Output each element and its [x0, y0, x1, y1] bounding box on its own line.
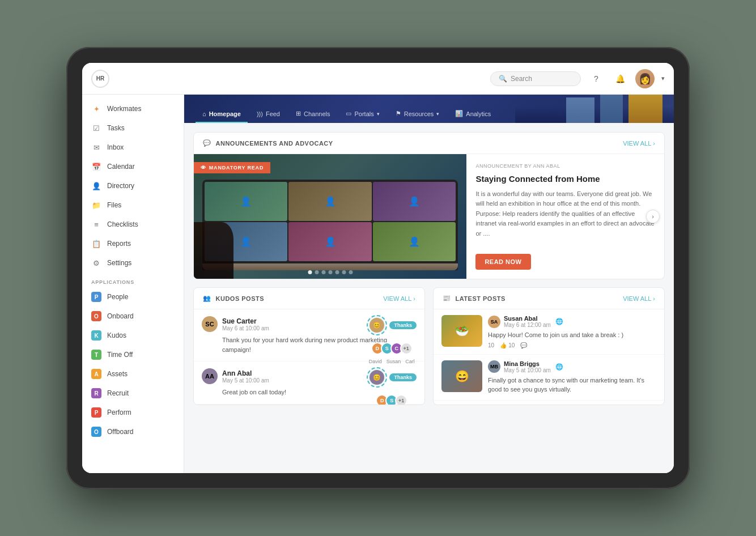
- logo-badge[interactable]: HR: [91, 70, 109, 88]
- kudos-title: 👥 KUDOS POSTS: [203, 295, 264, 302]
- latest-post-2-info: MB Mina Briggs May 5 at 10:00 am 🌐 Final…: [488, 360, 656, 394]
- announcements-title: 💬 ANNOUNCEMENTS AND ADVOCACY: [203, 139, 333, 147]
- dot-3[interactable]: [321, 270, 325, 274]
- announcements-header: 💬 ANNOUNCEMENTS AND ADVOCACY VIEW ALL ›: [194, 133, 664, 154]
- notifications-icon[interactable]: 🔔: [611, 70, 628, 87]
- sidebar-item-files[interactable]: 📁 Files: [82, 195, 184, 215]
- search-icon: 🔍: [499, 75, 507, 83]
- thanks-badge-1: Thanks: [389, 321, 417, 329]
- bottom-sections: 👥 KUDOS POSTS VIEW ALL ›: [193, 287, 665, 405]
- help-icon[interactable]: ?: [588, 70, 605, 87]
- announcement-image: 👁 MANDATORY READ 👤 👤: [194, 154, 466, 279]
- nav-bg-image: [515, 95, 674, 123]
- sidebar-icon-reports: 📋: [91, 239, 101, 249]
- sidebar-item-inbox[interactable]: ✉ Inbox: [82, 138, 184, 157]
- sidebar-item-calendar[interactable]: 📅 Calendar: [82, 157, 184, 176]
- share-icon-1[interactable]: 💬: [520, 342, 527, 348]
- kudos-post-1-time: May 6 at 10:00 am: [222, 325, 269, 331]
- kudos-post-1-avatars: 😊 Thanks D S C +1: [367, 315, 417, 364]
- sidebar-item-kudos[interactable]: K Kudos: [82, 326, 184, 345]
- latest-posts-section: 📰 LATEST POSTS VIEW ALL ›: [433, 287, 665, 405]
- sidebar-label-kudos: Kudos: [107, 331, 126, 339]
- announcement-desc: It is a wonderful day with our teams. Ev…: [475, 189, 655, 245]
- sidebar-item-workmates[interactable]: ✦ Workmates: [82, 99, 184, 118]
- sidebar: ✦ Workmates ☑ Tasks ✉ Inbox 📅 Calendar 👤…: [82, 95, 184, 473]
- user-chevron-icon[interactable]: ▾: [661, 75, 665, 82]
- user-avatar[interactable]: 👩: [635, 69, 655, 88]
- content-area: ⌂ Homepage))) Feed⊞ Channels▭ Portals ▾⚑…: [184, 95, 674, 473]
- announcements-view-all[interactable]: VIEW ALL ›: [623, 140, 655, 147]
- nav-tab-icon-resources: ⚑: [396, 110, 401, 117]
- eye-icon: 👁: [201, 165, 206, 171]
- nav-header: ⌂ Homepage))) Feed⊞ Channels▭ Portals ▾⚑…: [184, 95, 674, 123]
- nav-tab-resources[interactable]: ⚑ Resources ▾: [389, 105, 447, 123]
- globe-icon-2: 🌐: [555, 363, 563, 371]
- latest-post-2-avatar: MB: [488, 360, 500, 373]
- search-box[interactable]: 🔍 Search: [490, 71, 581, 86]
- read-now-button[interactable]: READ NOW: [475, 254, 530, 270]
- nav-tab-icon-portals: ▭: [346, 110, 351, 117]
- nav-tab-icon-analytics: 📊: [455, 110, 463, 117]
- latest-post-1-thumb: 🥗: [441, 315, 482, 347]
- sidebar-item-reports[interactable]: 📋 Reports: [82, 234, 184, 253]
- nav-tab-feed[interactable]: ))) Feed: [250, 106, 287, 123]
- sidebar-item-people[interactable]: P People: [82, 287, 184, 307]
- announcements-section: 💬 ANNOUNCEMENTS AND ADVOCACY VIEW ALL ›: [193, 132, 665, 279]
- latest-post-1-reactions: 10 👍 10 💬: [488, 342, 656, 348]
- dot-4[interactable]: [328, 270, 332, 274]
- dot-7[interactable]: [349, 270, 352, 274]
- sidebar-item-tasks[interactable]: ☑ Tasks: [82, 118, 184, 138]
- nav-tab-icon-channels: ⊞: [296, 110, 301, 117]
- globe-icon-1: 🌐: [555, 318, 563, 325]
- nav-tab-channels[interactable]: ⊞ Channels: [289, 105, 337, 123]
- nav-tab-icon-feed: ))): [257, 110, 263, 117]
- dot-6[interactable]: [342, 270, 346, 274]
- kudos-view-all[interactable]: VIEW ALL ›: [383, 295, 415, 302]
- dot-1[interactable]: [308, 270, 312, 274]
- sidebar-label-onboard: Onboard: [107, 312, 134, 320]
- latest-posts-view-all[interactable]: VIEW ALL ›: [623, 295, 655, 302]
- latest-post-1-author-row: SA Susan Abal May 6 at 12:00 am 🌐: [488, 315, 656, 328]
- thumb-icon-1: 👍: [500, 342, 507, 348]
- sidebar-label-checklists: Checklists: [107, 220, 138, 228]
- kudos-section: 👥 KUDOS POSTS VIEW ALL ›: [193, 287, 425, 405]
- dot-5[interactable]: [335, 270, 339, 274]
- like-count-1[interactable]: 10: [488, 342, 494, 348]
- sidebar-item-onboard[interactable]: O Onboard: [82, 307, 184, 326]
- latest-post-1: 🥗 SA Susan Abal May 6 at 12:00 am: [434, 309, 664, 355]
- dropdown-arrow-icon: ▾: [377, 111, 380, 117]
- kudos-post-1: SC Sue Carter May 6 at 10:00 am Thank yo…: [194, 309, 424, 361]
- sidebar-item-offboard[interactable]: O Offboard: [82, 422, 184, 441]
- sidebar-item-settings[interactable]: ⚙ Settings: [82, 253, 184, 273]
- nav-tab-analytics[interactable]: 📊 Analytics: [448, 105, 498, 123]
- sidebar-label-tasks: Tasks: [107, 124, 125, 132]
- sidebar-label-calendar: Calendar: [107, 163, 135, 171]
- sidebar-icon-directory: 👤: [91, 181, 101, 191]
- thanks-badge-2: Thanks: [389, 373, 417, 381]
- latest-post-2: 😄 MB Mina Briggs May 5 at 10:00 am: [434, 355, 664, 401]
- app-icon-people: P: [91, 292, 101, 302]
- kudos-header: 👥 KUDOS POSTS VIEW ALL ›: [194, 288, 424, 309]
- search-label: Search: [511, 75, 532, 83]
- sidebar-item-checklists[interactable]: ≡ Checklists: [82, 215, 184, 234]
- top-bar-right: 🔍 Search ? 🔔 👩 ▾: [490, 69, 665, 88]
- announcements-icon: 💬: [203, 139, 211, 147]
- sidebar-label-people: People: [107, 293, 128, 301]
- kudos-post-2-time: May 5 at 10:00 am: [222, 377, 269, 384]
- sidebar-label-time-off: Time Off: [107, 351, 133, 359]
- comment-count-1[interactable]: 👍 10: [500, 342, 515, 348]
- nav-tab-icon-homepage: ⌂: [202, 110, 206, 117]
- sidebar-item-assets[interactable]: A Assets: [82, 364, 184, 384]
- nav-tab-homepage[interactable]: ⌂ Homepage: [196, 106, 248, 123]
- next-announcement-button[interactable]: ›: [646, 210, 660, 223]
- nav-tab-portals[interactable]: ▭ Portals ▾: [339, 105, 386, 123]
- app-icon-onboard: O: [91, 311, 101, 321]
- sidebar-item-directory[interactable]: 👤 Directory: [82, 176, 184, 195]
- sidebar-item-perform[interactable]: P Perform: [82, 403, 184, 422]
- dot-2[interactable]: [315, 270, 318, 274]
- sidebar-item-time-off[interactable]: T Time Off: [82, 345, 184, 364]
- sidebar-icon-tasks: ☑: [91, 123, 101, 133]
- page-content: 💬 ANNOUNCEMENTS AND ADVOCACY VIEW ALL ›: [184, 123, 674, 414]
- sidebar-item-recruit[interactable]: R Recruit: [82, 384, 184, 403]
- sidebar-label-workmates: Workmates: [107, 105, 141, 113]
